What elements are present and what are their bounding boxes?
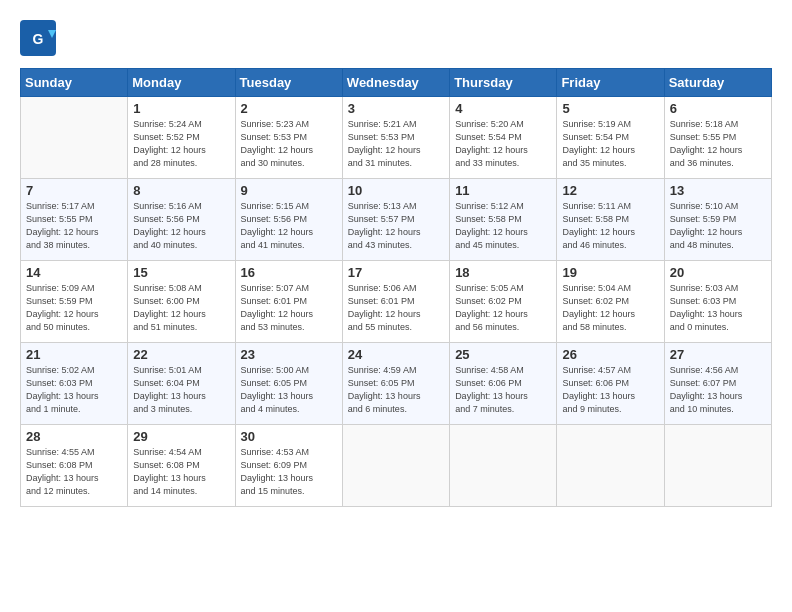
- day-info: Sunrise: 4:54 AMSunset: 6:08 PMDaylight:…: [133, 446, 229, 498]
- calendar-cell: 4Sunrise: 5:20 AMSunset: 5:54 PMDaylight…: [450, 97, 557, 179]
- day-number: 6: [670, 101, 766, 116]
- day-number: 21: [26, 347, 122, 362]
- day-number: 11: [455, 183, 551, 198]
- weekday-header-friday: Friday: [557, 69, 664, 97]
- day-info: Sunrise: 5:00 AMSunset: 6:05 PMDaylight:…: [241, 364, 337, 416]
- day-info: Sunrise: 4:56 AMSunset: 6:07 PMDaylight:…: [670, 364, 766, 416]
- calendar-cell: 24Sunrise: 4:59 AMSunset: 6:05 PMDayligh…: [342, 343, 449, 425]
- calendar-week-4: 21Sunrise: 5:02 AMSunset: 6:03 PMDayligh…: [21, 343, 772, 425]
- day-info: Sunrise: 5:21 AMSunset: 5:53 PMDaylight:…: [348, 118, 444, 170]
- day-number: 2: [241, 101, 337, 116]
- day-info: Sunrise: 5:13 AMSunset: 5:57 PMDaylight:…: [348, 200, 444, 252]
- day-info: Sunrise: 5:04 AMSunset: 6:02 PMDaylight:…: [562, 282, 658, 334]
- day-number: 25: [455, 347, 551, 362]
- calendar-cell: [21, 97, 128, 179]
- calendar-table: SundayMondayTuesdayWednesdayThursdayFrid…: [20, 68, 772, 507]
- calendar-cell: [664, 425, 771, 507]
- day-number: 19: [562, 265, 658, 280]
- day-number: 10: [348, 183, 444, 198]
- day-info: Sunrise: 5:06 AMSunset: 6:01 PMDaylight:…: [348, 282, 444, 334]
- calendar-week-1: 1Sunrise: 5:24 AMSunset: 5:52 PMDaylight…: [21, 97, 772, 179]
- calendar-week-3: 14Sunrise: 5:09 AMSunset: 5:59 PMDayligh…: [21, 261, 772, 343]
- calendar-cell: 3Sunrise: 5:21 AMSunset: 5:53 PMDaylight…: [342, 97, 449, 179]
- calendar-cell: 19Sunrise: 5:04 AMSunset: 6:02 PMDayligh…: [557, 261, 664, 343]
- day-number: 16: [241, 265, 337, 280]
- day-info: Sunrise: 5:11 AMSunset: 5:58 PMDaylight:…: [562, 200, 658, 252]
- calendar-cell: 16Sunrise: 5:07 AMSunset: 6:01 PMDayligh…: [235, 261, 342, 343]
- calendar-cell: 1Sunrise: 5:24 AMSunset: 5:52 PMDaylight…: [128, 97, 235, 179]
- weekday-header-monday: Monday: [128, 69, 235, 97]
- day-number: 29: [133, 429, 229, 444]
- calendar-cell: 12Sunrise: 5:11 AMSunset: 5:58 PMDayligh…: [557, 179, 664, 261]
- calendar-cell: 22Sunrise: 5:01 AMSunset: 6:04 PMDayligh…: [128, 343, 235, 425]
- day-number: 4: [455, 101, 551, 116]
- weekday-header-saturday: Saturday: [664, 69, 771, 97]
- day-number: 5: [562, 101, 658, 116]
- day-info: Sunrise: 5:05 AMSunset: 6:02 PMDaylight:…: [455, 282, 551, 334]
- weekday-row: SundayMondayTuesdayWednesdayThursdayFrid…: [21, 69, 772, 97]
- day-info: Sunrise: 5:03 AMSunset: 6:03 PMDaylight:…: [670, 282, 766, 334]
- calendar-cell: [557, 425, 664, 507]
- calendar-cell: 28Sunrise: 4:55 AMSunset: 6:08 PMDayligh…: [21, 425, 128, 507]
- calendar-cell: 11Sunrise: 5:12 AMSunset: 5:58 PMDayligh…: [450, 179, 557, 261]
- day-number: 30: [241, 429, 337, 444]
- day-info: Sunrise: 5:24 AMSunset: 5:52 PMDaylight:…: [133, 118, 229, 170]
- day-number: 22: [133, 347, 229, 362]
- day-info: Sunrise: 5:19 AMSunset: 5:54 PMDaylight:…: [562, 118, 658, 170]
- day-info: Sunrise: 5:23 AMSunset: 5:53 PMDaylight:…: [241, 118, 337, 170]
- calendar-cell: 25Sunrise: 4:58 AMSunset: 6:06 PMDayligh…: [450, 343, 557, 425]
- day-number: 18: [455, 265, 551, 280]
- day-number: 14: [26, 265, 122, 280]
- calendar-cell: 14Sunrise: 5:09 AMSunset: 5:59 PMDayligh…: [21, 261, 128, 343]
- day-number: 28: [26, 429, 122, 444]
- calendar-header: SundayMondayTuesdayWednesdayThursdayFrid…: [21, 69, 772, 97]
- calendar-cell: 23Sunrise: 5:00 AMSunset: 6:05 PMDayligh…: [235, 343, 342, 425]
- day-info: Sunrise: 5:10 AMSunset: 5:59 PMDaylight:…: [670, 200, 766, 252]
- day-info: Sunrise: 5:18 AMSunset: 5:55 PMDaylight:…: [670, 118, 766, 170]
- day-info: Sunrise: 5:20 AMSunset: 5:54 PMDaylight:…: [455, 118, 551, 170]
- day-info: Sunrise: 5:01 AMSunset: 6:04 PMDaylight:…: [133, 364, 229, 416]
- day-number: 15: [133, 265, 229, 280]
- calendar-cell: 8Sunrise: 5:16 AMSunset: 5:56 PMDaylight…: [128, 179, 235, 261]
- calendar-week-2: 7Sunrise: 5:17 AMSunset: 5:55 PMDaylight…: [21, 179, 772, 261]
- day-info: Sunrise: 5:09 AMSunset: 5:59 PMDaylight:…: [26, 282, 122, 334]
- calendar-cell: 7Sunrise: 5:17 AMSunset: 5:55 PMDaylight…: [21, 179, 128, 261]
- calendar-cell: 18Sunrise: 5:05 AMSunset: 6:02 PMDayligh…: [450, 261, 557, 343]
- day-number: 26: [562, 347, 658, 362]
- day-info: Sunrise: 5:12 AMSunset: 5:58 PMDaylight:…: [455, 200, 551, 252]
- calendar-cell: 9Sunrise: 5:15 AMSunset: 5:56 PMDaylight…: [235, 179, 342, 261]
- day-info: Sunrise: 4:55 AMSunset: 6:08 PMDaylight:…: [26, 446, 122, 498]
- calendar-body: 1Sunrise: 5:24 AMSunset: 5:52 PMDaylight…: [21, 97, 772, 507]
- day-info: Sunrise: 5:15 AMSunset: 5:56 PMDaylight:…: [241, 200, 337, 252]
- calendar-cell: 29Sunrise: 4:54 AMSunset: 6:08 PMDayligh…: [128, 425, 235, 507]
- day-number: 23: [241, 347, 337, 362]
- calendar-cell: 27Sunrise: 4:56 AMSunset: 6:07 PMDayligh…: [664, 343, 771, 425]
- header: G: [20, 20, 772, 56]
- calendar-cell: 5Sunrise: 5:19 AMSunset: 5:54 PMDaylight…: [557, 97, 664, 179]
- calendar-cell: 30Sunrise: 4:53 AMSunset: 6:09 PMDayligh…: [235, 425, 342, 507]
- svg-text:G: G: [33, 31, 44, 47]
- day-number: 20: [670, 265, 766, 280]
- calendar-cell: 20Sunrise: 5:03 AMSunset: 6:03 PMDayligh…: [664, 261, 771, 343]
- calendar-cell: 6Sunrise: 5:18 AMSunset: 5:55 PMDaylight…: [664, 97, 771, 179]
- day-number: 12: [562, 183, 658, 198]
- calendar-cell: [342, 425, 449, 507]
- weekday-header-wednesday: Wednesday: [342, 69, 449, 97]
- weekday-header-tuesday: Tuesday: [235, 69, 342, 97]
- calendar-cell: 17Sunrise: 5:06 AMSunset: 6:01 PMDayligh…: [342, 261, 449, 343]
- weekday-header-thursday: Thursday: [450, 69, 557, 97]
- day-info: Sunrise: 5:08 AMSunset: 6:00 PMDaylight:…: [133, 282, 229, 334]
- day-info: Sunrise: 5:07 AMSunset: 6:01 PMDaylight:…: [241, 282, 337, 334]
- day-info: Sunrise: 5:16 AMSunset: 5:56 PMDaylight:…: [133, 200, 229, 252]
- main-container: G SundayMondayTuesdayWednesdayThursdayFr…: [0, 0, 792, 517]
- day-number: 24: [348, 347, 444, 362]
- day-info: Sunrise: 4:53 AMSunset: 6:09 PMDaylight:…: [241, 446, 337, 498]
- day-number: 17: [348, 265, 444, 280]
- calendar-cell: 2Sunrise: 5:23 AMSunset: 5:53 PMDaylight…: [235, 97, 342, 179]
- day-number: 3: [348, 101, 444, 116]
- day-info: Sunrise: 5:02 AMSunset: 6:03 PMDaylight:…: [26, 364, 122, 416]
- day-info: Sunrise: 4:58 AMSunset: 6:06 PMDaylight:…: [455, 364, 551, 416]
- day-number: 7: [26, 183, 122, 198]
- calendar-cell: 15Sunrise: 5:08 AMSunset: 6:00 PMDayligh…: [128, 261, 235, 343]
- calendar-cell: 13Sunrise: 5:10 AMSunset: 5:59 PMDayligh…: [664, 179, 771, 261]
